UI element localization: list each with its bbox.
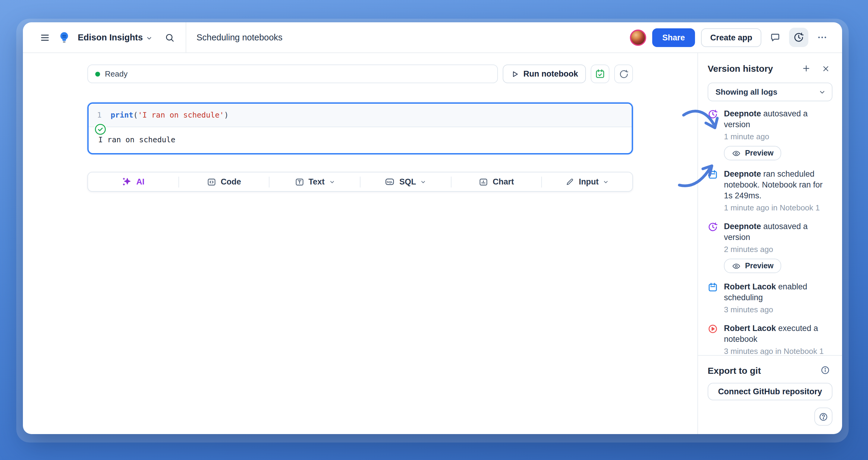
- version-history-entry[interactable]: Robert Lacok enabled scheduling 3 minute…: [708, 281, 832, 315]
- code-label: Code: [221, 177, 241, 186]
- entry-timestamp: 3 minutes ago: [724, 304, 832, 315]
- add-text-block-button[interactable]: Text: [270, 173, 360, 191]
- ai-label: AI: [136, 177, 144, 186]
- version-history-entry[interactable]: Deepnote autosaved a version 2 minutes a…: [708, 221, 832, 273]
- version-history-button[interactable]: [789, 28, 808, 47]
- chart-block-icon: [479, 177, 489, 187]
- calendar-icon: [708, 170, 718, 180]
- connect-github-button[interactable]: Connect GitHub repository: [708, 383, 832, 400]
- history-icon: [708, 109, 718, 119]
- version-history-list: Deepnote autosaved a version 1 minute ag…: [698, 101, 842, 355]
- add-sql-block-button[interactable]: SQL SQL: [361, 173, 451, 191]
- status-label: Ready: [105, 69, 127, 79]
- check-circle-icon: [94, 123, 107, 136]
- preview-version-button[interactable]: Preview: [724, 258, 781, 273]
- plus-icon: [802, 64, 811, 73]
- page-title: Scheduling notebooks: [196, 33, 282, 42]
- machine-status-row: Ready Run notebook: [87, 64, 633, 83]
- text-block-icon: [295, 177, 304, 187]
- line-number: 1: [97, 110, 101, 119]
- status-dot: [95, 71, 100, 76]
- chevron-down-icon: [329, 179, 335, 185]
- entry-text: Robert Lacok executed a notebook: [724, 323, 832, 345]
- input-label: Input: [579, 177, 598, 186]
- create-app-button[interactable]: Create app: [701, 28, 761, 47]
- avatar[interactable]: [629, 29, 646, 45]
- add-chart-block-button[interactable]: Chart: [451, 173, 541, 191]
- calendar-check-icon: [595, 69, 605, 79]
- workspace-chevron[interactable]: [146, 35, 153, 41]
- run-notebook-button[interactable]: Run notebook: [503, 64, 586, 83]
- chevron-down-icon: [146, 35, 153, 41]
- code-token-paren: ): [224, 110, 228, 119]
- add-ai-block-button[interactable]: AI: [88, 173, 178, 191]
- workspace-logo: [56, 29, 72, 46]
- export-git-info-button[interactable]: [818, 363, 832, 377]
- cell-output: I ran on schedule: [89, 127, 632, 153]
- svg-text:SQL: SQL: [387, 180, 393, 184]
- header-divider: [186, 22, 186, 53]
- search-button[interactable]: [162, 30, 177, 45]
- add-block-toolbar: AI Code Text: [87, 172, 633, 192]
- code-editor[interactable]: 1print('I ran on schedule'): [89, 104, 632, 127]
- entry-text: Deepnote ran scheduled notebook. Noteboo…: [724, 169, 832, 202]
- version-history-entry[interactable]: Deepnote autosaved a version 1 minute ag…: [708, 109, 832, 160]
- desktop-background: Edison Insights Scheduling notebooks Sha…: [0, 0, 868, 460]
- play-icon: [708, 324, 718, 334]
- more-options-button[interactable]: [814, 30, 830, 45]
- code-token-paren: (: [133, 110, 138, 119]
- workspace-name[interactable]: Edison Insights: [78, 33, 143, 42]
- restart-machine-button[interactable]: [614, 64, 633, 83]
- sql-block-icon: SQL: [385, 177, 395, 187]
- code-token-function: print: [111, 110, 133, 119]
- add-version-button[interactable]: [799, 61, 813, 75]
- hamburger-icon: [40, 32, 50, 42]
- help-button[interactable]: [814, 407, 832, 426]
- export-git-title: Export to git: [708, 365, 761, 375]
- play-circle-icon: [708, 324, 718, 334]
- history-clock-icon: [793, 32, 804, 43]
- text-label: Text: [309, 177, 325, 186]
- entry-text: Deepnote autosaved a version: [724, 109, 832, 130]
- preview-version-button[interactable]: Preview: [724, 146, 781, 160]
- code-cell[interactable]: 1print('I ran on schedule') I ran on sch…: [87, 102, 633, 154]
- search-icon: [164, 32, 175, 42]
- chevron-down-icon: [603, 179, 609, 185]
- play-icon: [511, 70, 519, 78]
- notebook-canvas: Ready Run notebook: [23, 53, 698, 434]
- calendar-icon: [708, 282, 718, 293]
- share-button[interactable]: Share: [652, 28, 695, 47]
- entry-timestamp: 1 minute ago in Notebook 1: [724, 203, 832, 213]
- entry-text: Robert Lacok enabled scheduling: [724, 281, 832, 303]
- top-bar: Edison Insights Scheduling notebooks Sha…: [23, 22, 842, 53]
- schedule-button[interactable]: [591, 64, 610, 83]
- history-clock-icon: [708, 222, 718, 232]
- close-panel-button[interactable]: [819, 62, 832, 75]
- entry-text: Deepnote autosaved a version: [724, 221, 832, 243]
- run-notebook-label: Run notebook: [524, 69, 578, 79]
- chart-label: Chart: [493, 177, 514, 186]
- chevron-down-icon: [818, 88, 826, 96]
- hamburger-menu-button[interactable]: [37, 30, 53, 45]
- version-history-entry[interactable]: Deepnote ran scheduled notebook. Noteboo…: [708, 169, 832, 213]
- history-icon: [708, 222, 718, 232]
- log-filter-value: Showing all logs: [715, 87, 777, 96]
- entry-timestamp: 1 minute ago: [724, 131, 832, 142]
- version-history-title: Version history: [708, 63, 773, 73]
- add-code-block-button[interactable]: Code: [179, 173, 269, 191]
- info-icon: [820, 365, 830, 375]
- version-history-entry[interactable]: Robert Lacok executed a notebook 3 minut…: [708, 323, 832, 355]
- eye-icon: [732, 262, 741, 270]
- code-block-icon: [207, 177, 216, 187]
- chevron-down-icon: [420, 179, 426, 185]
- sql-label: SQL: [399, 177, 416, 186]
- entry-timestamp: 2 minutes ago: [724, 244, 832, 254]
- add-input-block-button[interactable]: Input: [542, 173, 632, 191]
- comments-button[interactable]: [767, 30, 783, 45]
- version-history-panel: Version history Showing all logs: [698, 53, 842, 434]
- ellipsis-icon: [817, 32, 828, 43]
- log-filter-dropdown[interactable]: Showing all logs: [708, 83, 832, 101]
- machine-status[interactable]: Ready: [87, 64, 498, 83]
- lightbulb-icon: [59, 31, 70, 44]
- question-icon: [818, 411, 828, 422]
